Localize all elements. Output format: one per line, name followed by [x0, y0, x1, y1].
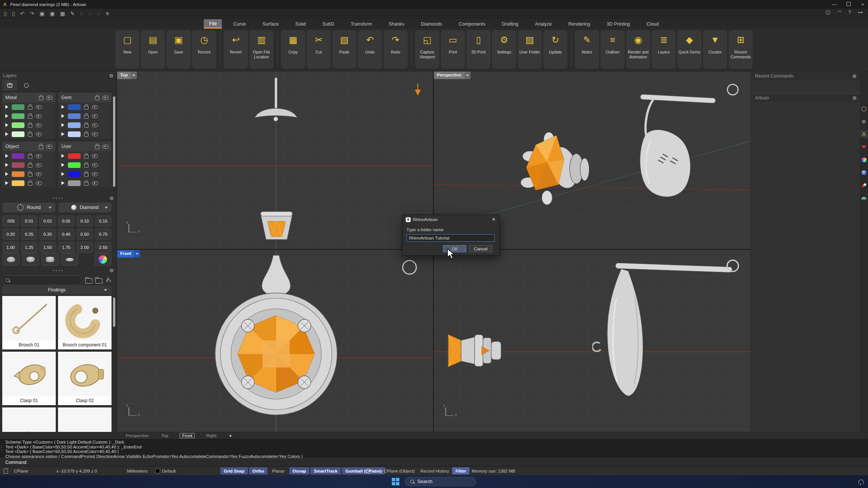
- render-sphere-icon[interactable]: [860, 169, 868, 176]
- eye-icon[interactable]: [36, 172, 42, 176]
- ribbon-tab[interactable]: SubD: [317, 20, 339, 29]
- status-toggle[interactable]: Grid Snap: [220, 467, 248, 474]
- layer-row[interactable]: [2, 102, 55, 111]
- layer-row[interactable]: [58, 120, 112, 130]
- layer-row[interactable]: [2, 169, 55, 178]
- gem-size-button[interactable]: 0.10: [76, 215, 93, 227]
- quickbar-icon[interactable]: ▣: [40, 11, 44, 16]
- panel-drag-handle[interactable]: ••••: [53, 268, 64, 273]
- cplane-button[interactable]: CPlane: [14, 467, 28, 475]
- folder-add-icon[interactable]: +: [95, 278, 102, 284]
- color-swatch[interactable]: [68, 122, 81, 128]
- outline-list-icon[interactable]: ≣: [860, 117, 868, 125]
- toolbar-button[interactable]: ◉ Render and Animation: [626, 30, 650, 69]
- gem-size-button[interactable]: 1.75: [58, 242, 75, 253]
- status-toggle[interactable]: Ortho: [249, 467, 267, 474]
- toolbar-button[interactable]: ▭ Print: [441, 30, 465, 69]
- layer-row[interactable]: [2, 130, 55, 139]
- lock-icon[interactable]: [28, 182, 32, 186]
- layer-row[interactable]: [58, 111, 112, 120]
- lock-icon[interactable]: [28, 155, 32, 159]
- folder-name-input[interactable]: [406, 234, 495, 242]
- toolbar-button[interactable]: ✎ Notes: [575, 30, 599, 69]
- eye-icon[interactable]: [92, 114, 98, 118]
- color-swatch[interactable]: [12, 104, 24, 110]
- ribbon-tab[interactable]: Cloud: [641, 20, 664, 29]
- eye-icon[interactable]: [36, 132, 42, 136]
- status-toggle[interactable]: Osnap: [289, 467, 310, 474]
- eye-icon[interactable]: [36, 163, 42, 167]
- ribbon-tab[interactable]: Transform: [345, 20, 377, 29]
- layer-row[interactable]: [58, 178, 112, 188]
- titlebar-utility-icon[interactable]: ⓘ: [825, 9, 830, 16]
- dialog-close-icon[interactable]: ✕: [492, 217, 496, 222]
- gem-size-button[interactable]: 0.25: [21, 229, 37, 240]
- lock-icon[interactable]: [28, 164, 32, 168]
- quickbar-icon[interactable]: ◌: [80, 11, 83, 16]
- lock-icon[interactable]: [84, 124, 89, 128]
- color-swatch[interactable]: [68, 104, 81, 110]
- eye-icon[interactable]: [92, 132, 98, 136]
- ribbon-tab[interactable]: Rendering: [563, 20, 596, 29]
- gear-icon[interactable]: ⚙: [109, 195, 114, 201]
- ribbon-tab[interactable]: Analyze: [530, 20, 557, 29]
- viewport-top[interactable]: Top: [117, 72, 433, 249]
- eye-icon[interactable]: [36, 181, 42, 185]
- quickbar-icon[interactable]: ◌: [97, 11, 100, 16]
- ribbon-tab[interactable]: Solid: [290, 20, 311, 29]
- color-wheel-icon[interactable]: [860, 156, 868, 163]
- viewport-tab[interactable]: Front: [180, 433, 195, 438]
- lock-icon[interactable]: [95, 145, 99, 149]
- gem-circle-icon[interactable]: ◯: [860, 105, 868, 112]
- notification-bell-icon[interactable]: [859, 480, 863, 484]
- ribbon-tab[interactable]: Components: [453, 20, 491, 29]
- cut-dropdown[interactable]: Round: [2, 203, 55, 212]
- gem-layer-icon[interactable]: [860, 143, 868, 151]
- gear-icon[interactable]: ⚙: [852, 73, 857, 79]
- color-swatch[interactable]: [68, 162, 81, 168]
- eye-icon[interactable]: [92, 181, 98, 185]
- minimize-button[interactable]: —: [832, 2, 836, 7]
- toolbar-button[interactable]: ↶ Undo: [358, 30, 382, 69]
- lock-icon[interactable]: [84, 133, 89, 137]
- layer-row[interactable]: [58, 160, 112, 169]
- eye-icon[interactable]: [36, 105, 42, 109]
- viewport-tab[interactable]: Right: [205, 433, 218, 438]
- lock-icon[interactable]: [28, 133, 32, 137]
- material-dropdown[interactable]: Diamond: [58, 203, 112, 212]
- material-pill-icon[interactable]: [860, 181, 868, 189]
- quickbar-icon[interactable]: ✎: [70, 11, 75, 16]
- restore-button[interactable]: [846, 2, 851, 7]
- eye-icon[interactable]: [102, 145, 108, 149]
- prong-setting-button-4[interactable]: [61, 253, 78, 266]
- ribbon-tab[interactable]: Surface: [257, 20, 284, 29]
- taskbar-search[interactable]: Search: [405, 477, 476, 486]
- lock-icon[interactable]: [39, 96, 43, 100]
- toolbar-button[interactable]: ▢ New: [115, 30, 139, 69]
- eye-icon[interactable]: [102, 96, 108, 100]
- quickbar-icon[interactable]: ▯: [12, 11, 15, 16]
- quickbar-icon[interactable]: ↶: [20, 11, 24, 16]
- cancel-button[interactable]: Cancel: [469, 245, 492, 252]
- quickbar-icon[interactable]: ↷: [30, 11, 34, 16]
- toolbar-button[interactable]: ≡ Outliner: [601, 30, 625, 69]
- titlebar-utility-icon[interactable]: ◠: [837, 9, 841, 16]
- color-swatch[interactable]: [12, 113, 24, 119]
- scrollbar-thumb[interactable]: [113, 297, 115, 327]
- toolbar-button[interactable]: ▯ 3D Print: [466, 30, 491, 69]
- lock-icon[interactable]: [84, 106, 89, 110]
- eye-icon[interactable]: [92, 105, 98, 109]
- gem-size-button[interactable]: .005: [2, 215, 19, 227]
- close-button[interactable]: ×: [860, 2, 865, 7]
- layer-row[interactable]: [2, 111, 55, 120]
- panel-splitter[interactable]: •••• ⚙: [0, 195, 117, 201]
- gem-size-button[interactable]: 1.50: [39, 242, 56, 253]
- eye-icon[interactable]: [92, 123, 98, 127]
- toolbar-button[interactable]: ↻ Update: [543, 30, 567, 69]
- viewport-tab[interactable]: Perspective: [124, 433, 150, 438]
- gem-size-button[interactable]: 2.50: [95, 242, 112, 253]
- toolbar-button[interactable]: ▤ Open: [141, 30, 165, 69]
- lock-icon[interactable]: [39, 145, 43, 149]
- gear-icon[interactable]: ⚙: [109, 73, 113, 79]
- layer-row[interactable]: [2, 160, 55, 169]
